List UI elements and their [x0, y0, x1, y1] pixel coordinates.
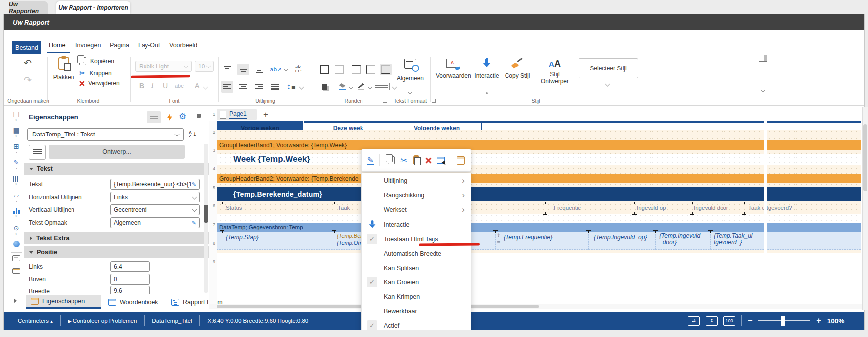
design-button[interactable]: Ontwerp... — [49, 145, 185, 159]
delete-x-icon[interactable] — [425, 157, 432, 164]
tab-eigenschappen[interactable]: Eigenschappen — [26, 295, 101, 309]
properties-scrollbar-thumb[interactable] — [204, 205, 208, 223]
date-title-text[interactable]: {Temp.Berekende_datum} — [233, 190, 322, 198]
zoom-in-button[interactable]: + — [816, 316, 821, 325]
word-wrap-button[interactable]: abc↩ — [292, 63, 305, 75]
text-rotation-button[interactable]: ab↗ — [269, 64, 282, 75]
toolbox-draw-item[interactable]: ✎› — [12, 159, 21, 171]
font-name-combobox[interactable]: Rubik Light — [135, 61, 192, 72]
halign-center-button[interactable] — [237, 81, 249, 93]
week-tab-volgende[interactable]: Volgende weken — [392, 121, 482, 130]
italic-button[interactable]: I — [151, 82, 154, 90]
ribbon-tab-invoegen[interactable]: Invoegen — [75, 42, 101, 49]
field-frequentie[interactable]: {Temp.Frequentie} — [504, 234, 552, 241]
menu-item-kan-krimpen[interactable]: Kan Krimpen — [362, 289, 471, 304]
file-tab-button[interactable]: Bestand — [12, 41, 41, 54]
underline-button[interactable]: U — [163, 82, 168, 90]
menu-item-rangschikking[interactable]: Rangschikking› — [362, 188, 471, 202]
fit-page-height-icon[interactable]: ↕ — [706, 316, 718, 326]
zoom-slider-thumb[interactable] — [781, 316, 785, 326]
conditions-button[interactable]: A Voorwaarden — [436, 59, 469, 79]
copy-style-button[interactable]: Copy Stijl — [504, 59, 531, 79]
menu-item-automatisch-breedte[interactable]: Automatisch Breedte — [362, 246, 471, 261]
field-stap[interactable]: {Temp.Stap} — [226, 234, 259, 241]
cut-button[interactable]: ✂ Knippen — [79, 69, 112, 78]
units-selector[interactable]: Centimeters ▴ — [18, 318, 53, 324]
fill-color-button[interactable] — [337, 81, 347, 93]
border-style-button[interactable] — [374, 83, 390, 90]
section-tekst-extra[interactable]: Tekst Extra — [24, 232, 209, 244]
halign-right-button[interactable] — [253, 81, 265, 93]
copy-icon[interactable] — [388, 156, 395, 164]
edit-component-icon[interactable]: ✎ — [367, 156, 374, 165]
week-title-text[interactable]: Week {Temp.Week} — [233, 154, 310, 164]
column-header-taak[interactable]: Taak — [338, 205, 350, 211]
component-selector-dropdown[interactable]: DataTemp_Titel : Tekst — [27, 128, 184, 141]
border-top-button[interactable] — [350, 64, 362, 75]
menu-item-interactie[interactable]: Interactie — [362, 217, 471, 232]
field-ingevuld-door[interactable]: {Temp.Ingevuld_door} — [659, 233, 703, 246]
events-button[interactable] — [165, 112, 175, 122]
select-style-button[interactable]: Selecteer Stijl — [579, 58, 638, 78]
strikethrough-button[interactable]: abc — [175, 83, 184, 89]
prop-format-input[interactable]: Algemeen✎ — [110, 217, 200, 228]
checkbox-checked-icon[interactable] — [367, 320, 377, 331]
layout-toggle-icon[interactable] — [759, 55, 767, 62]
undo-icon[interactable]: ↶ — [24, 57, 32, 68]
properties-view-button[interactable] — [147, 111, 161, 123]
menu-item-uitlijning[interactable]: Uitlijning› — [362, 173, 471, 188]
cut-scissors-icon[interactable]: ✂ — [400, 156, 407, 165]
delete-button[interactable]: Verwijderen — [78, 80, 120, 87]
section-positie[interactable]: Positie — [24, 246, 209, 258]
week-tab-vorige[interactable]: Vorige weken — [217, 121, 303, 130]
column-header-ingevuld-door[interactable]: Ingevuld door — [694, 205, 728, 211]
field-omschrijving[interactable]: {Temp.Om — [337, 240, 362, 246]
edit-pencil-icon[interactable]: ✎ — [192, 181, 196, 188]
prop-links-input[interactable]: 6.4 — [110, 261, 150, 272]
ribbon-tab-pagina[interactable]: Pagina — [110, 42, 129, 49]
week-tab-deze[interactable]: Deze week — [304, 121, 392, 130]
menu-item-kan-groeien[interactable]: Kan Groeien — [362, 275, 471, 289]
font-size-combobox[interactable]: 10 — [195, 61, 214, 72]
paste-icon[interactable] — [413, 156, 419, 164]
bold-button[interactable]: B — [139, 82, 144, 90]
borders-dialog-launcher-icon[interactable] — [383, 99, 387, 103]
checkbox-checked-icon[interactable] — [367, 234, 377, 244]
toolbox-bands-item[interactable]: ▤› — [12, 110, 21, 122]
column-header-taak-uitgevoerd[interactable]: Taak uitgevoerd? — [748, 205, 792, 211]
valign-center-button[interactable] — [237, 64, 249, 75]
section-tekst[interactable]: Tekst — [24, 163, 209, 175]
properties-notebook-icon[interactable] — [457, 156, 465, 165]
settings-gear-icon[interactable]: ⚙ — [179, 111, 186, 121]
toolbox-gauge-item[interactable]: ⊙› — [12, 224, 21, 236]
browser-tab-importeren[interactable]: Uw Rapport - Importeren — [56, 1, 130, 14]
font-color-button[interactable]: A — [195, 82, 199, 90]
halign-left-button[interactable] — [221, 81, 233, 93]
zoom-slider-track[interactable] — [758, 320, 810, 321]
halign-justify-button[interactable] — [269, 81, 281, 93]
redo-icon[interactable]: ↷ — [24, 74, 32, 85]
canvas-vscrollbar-thumb[interactable] — [863, 124, 867, 191]
toolbox-table-item[interactable]: ▦› — [12, 126, 21, 138]
copy-button[interactable]: Kopiëren — [79, 57, 114, 65]
checkbox-checked-icon[interactable] — [367, 277, 377, 287]
valign-bottom-button[interactable] — [253, 64, 265, 75]
field-ingevuld-op[interactable]: {Temp.Ingevuld_op} — [594, 234, 647, 241]
prop-halign-select[interactable]: Links — [110, 192, 200, 202]
text-format-button[interactable]: Algemeen — [395, 59, 426, 82]
fit-page-width-icon[interactable]: ⇄ — [688, 316, 700, 326]
toolbox-map-item[interactable] — [12, 241, 21, 247]
column-header-status[interactable]: Status — [226, 205, 242, 211]
border-none-button[interactable] — [333, 64, 345, 75]
toolbox-components-item[interactable]: ⊞› — [12, 142, 21, 155]
text-lines-button[interactable] — [29, 145, 46, 160]
browser-tab-rapporten[interactable]: Uw Rapporten — [9, 1, 48, 14]
column-header-frequentie[interactable]: Frequentie — [554, 205, 581, 211]
sort-az-button[interactable]: AZ↓ — [189, 129, 201, 140]
toolbox-barcode-item[interactable]: › — [12, 176, 21, 186]
ribbon-tab-home[interactable]: Home — [49, 42, 65, 49]
collapse-panel-arrow-icon[interactable] — [14, 298, 17, 303]
toolbox-band-shortcut-2[interactable] — [12, 268, 21, 274]
add-page-button[interactable]: + — [263, 110, 268, 120]
menu-item-werkset[interactable]: Werkset› — [362, 202, 471, 217]
